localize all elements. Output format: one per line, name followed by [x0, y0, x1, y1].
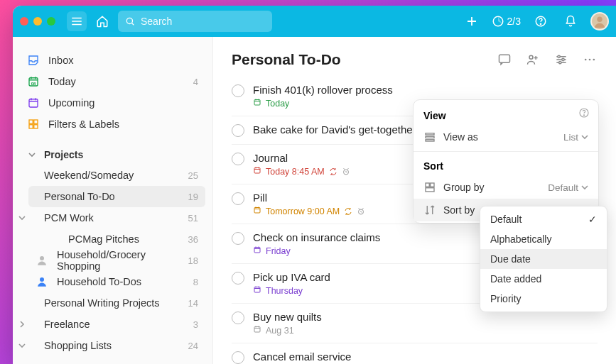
help-button[interactable]	[531, 11, 551, 31]
svg-rect-23	[254, 168, 260, 174]
calendar-icon	[253, 166, 261, 177]
projects-label: Projects	[44, 149, 83, 160]
group-by-value: Default	[548, 182, 578, 193]
main-pane: Personal To-Do Finish 401(k) rollover pr…	[213, 37, 616, 364]
dropdown-option[interactable]: Alphabetically	[480, 229, 607, 249]
maximize-window-button[interactable]	[47, 17, 55, 26]
popover-help-icon[interactable]	[578, 107, 590, 118]
productivity-button[interactable]: 2/3	[492, 15, 521, 28]
sidebar-project[interactable]: Personal Writing Projects14	[28, 292, 205, 314]
chevron-down-icon[interactable]	[16, 214, 28, 221]
comments-button[interactable]	[497, 52, 512, 67]
svg-rect-9	[34, 120, 38, 123]
task-due: Today 8:45 AM	[266, 167, 325, 177]
titlebar: 2/3	[13, 6, 616, 37]
close-window-button[interactable]	[20, 17, 28, 26]
sidebar-item-count: 51	[188, 213, 198, 224]
dropdown-option[interactable]: Due date	[480, 249, 607, 269]
task-title: Cancel email service	[253, 351, 598, 363]
sidebar-item-inbox[interactable]: Inbox	[20, 50, 205, 71]
svg-point-19	[585, 59, 587, 61]
task-checkbox[interactable]	[232, 351, 244, 364]
sidebar-project[interactable]: Shopping Lists24	[28, 335, 205, 356]
sort-by-dropdown: Default✓AlphabeticallyDue dateDate added…	[480, 206, 607, 312]
sidebar-item-label: Upcoming	[48, 97, 94, 109]
dropdown-option-label: Default	[490, 214, 522, 225]
search-field[interactable]	[118, 11, 272, 32]
chevron-down-icon	[27, 151, 37, 158]
task-checkbox[interactable]	[232, 272, 244, 285]
window-controls	[20, 17, 55, 26]
dropdown-option[interactable]: Date added	[480, 269, 607, 289]
view-as-value: List	[563, 132, 578, 143]
page-title: Personal To-Do	[232, 51, 341, 68]
svg-point-12	[40, 256, 44, 260]
svg-rect-7	[29, 99, 38, 107]
svg-rect-8	[29, 120, 33, 123]
sidebar-project[interactable]: Household To-Dos8	[28, 271, 205, 292]
sidebar-item-label: Freelance	[44, 319, 90, 330]
add-task-button[interactable]	[462, 11, 482, 31]
svg-point-16	[558, 55, 560, 57]
svg-point-0	[126, 18, 132, 23]
dropdown-option[interactable]: Priority	[480, 289, 607, 309]
chevron-down-icon[interactable]	[16, 342, 28, 349]
group-by-row[interactable]: Group by Default	[414, 176, 598, 199]
chevron-right-icon[interactable]	[16, 321, 28, 328]
svg-rect-11	[34, 125, 38, 128]
minimize-window-button[interactable]	[33, 17, 42, 26]
filters-labels-icon	[27, 118, 40, 131]
sidebar-item-upcoming[interactable]: Upcoming	[20, 92, 205, 114]
notifications-button[interactable]	[561, 11, 580, 31]
task-checkbox[interactable]	[232, 192, 244, 205]
calendar-icon	[253, 98, 261, 109]
sidebar-project[interactable]: PCM Work51	[28, 207, 205, 228]
sidebar-item-filters-labels[interactable]: Filters & Labels	[20, 114, 205, 135]
sidebar-item-today[interactable]: 08Today4	[20, 71, 205, 92]
profile-avatar[interactable]	[590, 12, 609, 31]
task-checkbox[interactable]	[232, 84, 244, 97]
sidebar-item-count: 25	[188, 170, 198, 181]
projects-section-header[interactable]: Projects	[20, 145, 205, 165]
sidebar-project[interactable]: Freelance3	[28, 314, 205, 335]
view-options-button[interactable]	[553, 52, 569, 67]
svg-point-18	[559, 62, 561, 64]
menu-button[interactable]	[67, 11, 87, 31]
share-button[interactable]	[525, 52, 541, 67]
search-input[interactable]	[141, 16, 265, 27]
dropdown-option[interactable]: Default✓	[480, 209, 607, 229]
svg-point-3	[540, 23, 541, 24]
sidebar-project[interactable]: Personal To-Do19	[28, 186, 205, 207]
sidebar-project[interactable]: Household/Grocery Shopping18	[28, 250, 205, 271]
svg-rect-10	[29, 125, 33, 128]
view-heading: View	[414, 104, 598, 126]
task-title: Buy new quilts	[253, 311, 598, 323]
svg-rect-14	[499, 55, 510, 62]
svg-point-21	[593, 59, 595, 61]
task-checkbox[interactable]	[232, 153, 244, 165]
more-button[interactable]	[582, 52, 598, 67]
task-row[interactable]: Cancel email serviceAug 1	[232, 343, 598, 364]
dropdown-option-label: Date added	[490, 273, 541, 285]
task-checkbox[interactable]	[232, 311, 244, 324]
sidebar-item-label: Personal To-Do	[44, 191, 115, 202]
sidebar-project[interactable]: PCMag Pitches36	[28, 228, 205, 250]
view-as-label: View as	[443, 131, 478, 143]
sidebar-item-label: PCM Work	[44, 212, 94, 224]
search-icon	[125, 16, 135, 26]
sidebar-item-count: 8	[193, 277, 198, 287]
task-checkbox[interactable]	[232, 232, 244, 245]
task-title: Finish 401(k) rollover process	[253, 84, 598, 96]
task-checkbox[interactable]	[232, 124, 244, 137]
sidebar-item-label: PCMag Pitches	[68, 233, 139, 245]
sidebar-item-label: Filters & Labels	[48, 118, 119, 130]
list-icon	[423, 131, 436, 143]
task-due: Friday	[266, 246, 291, 256]
sidebar-item-count: 4	[193, 77, 198, 87]
svg-text:08: 08	[31, 82, 36, 86]
task-due: Thursday	[266, 286, 303, 296]
sidebar-project[interactable]: Weekend/Someday25	[28, 165, 205, 186]
home-button[interactable]	[92, 11, 112, 31]
sort-icon	[423, 204, 436, 216]
view-as-row[interactable]: View as List	[414, 126, 598, 148]
